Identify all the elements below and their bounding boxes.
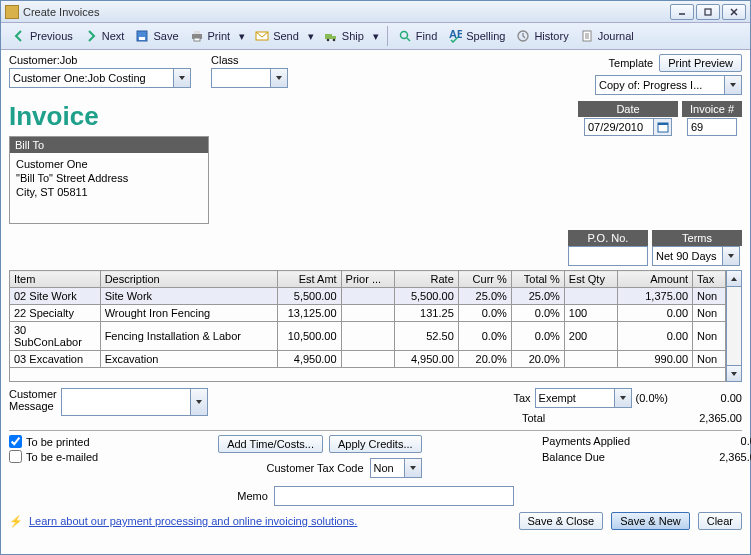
clear-button[interactable]: Clear (698, 512, 742, 530)
class-combo[interactable] (211, 68, 288, 88)
chevron-down-icon[interactable] (615, 388, 632, 408)
chevron-down-icon[interactable] (191, 388, 208, 416)
print-button[interactable]: Print (185, 26, 235, 46)
table-row[interactable]: 02 Site WorkSite Work5,500.005,500.0025.… (10, 288, 726, 305)
template-combo[interactable] (595, 75, 742, 95)
to-be-emailed-check[interactable]: To be e-mailed (9, 450, 98, 463)
cell-amount[interactable]: 0.00 (617, 322, 692, 351)
apply-credits-button[interactable]: Apply Credits... (329, 435, 422, 453)
cell-tax[interactable]: Non (693, 351, 726, 368)
save-new-button[interactable]: Save & New (611, 512, 690, 530)
next-button[interactable]: Next (79, 26, 129, 46)
cell-est_qty[interactable] (564, 288, 617, 305)
customer-tax-code-combo[interactable] (370, 458, 422, 478)
cell-description[interactable]: Site Work (100, 288, 277, 305)
cell-est_amt[interactable]: 5,500.00 (277, 288, 341, 305)
scroll-up-icon[interactable] (727, 271, 741, 287)
memo-input[interactable] (274, 486, 514, 506)
to-be-printed-check[interactable]: To be printed (9, 435, 98, 448)
customer-message-input[interactable] (61, 388, 191, 416)
cell-curr_pct[interactable]: 25.0% (458, 288, 511, 305)
cell-total_pct[interactable]: 20.0% (511, 351, 564, 368)
customer-message-combo[interactable] (61, 388, 208, 416)
table-row[interactable]: 03 ExcavationExcavation4,950.004,950.002… (10, 351, 726, 368)
tax-code-combo[interactable] (535, 388, 632, 408)
col-amount[interactable]: Amount (617, 271, 692, 288)
cell-est_amt[interactable]: 13,125.00 (277, 305, 341, 322)
cell-item[interactable]: 03 Excavation (10, 351, 101, 368)
learn-link[interactable]: Learn about our payment processing and o… (29, 515, 357, 527)
cell-prior[interactable] (341, 351, 394, 368)
scroll-down-icon[interactable] (727, 365, 741, 381)
terms-input[interactable] (652, 246, 723, 266)
col-est-qty[interactable]: Est Qty (564, 271, 617, 288)
previous-button[interactable]: Previous (7, 26, 77, 46)
cell-rate[interactable]: 4,950.00 (394, 351, 458, 368)
po-no-input[interactable] (568, 246, 648, 266)
cell-amount[interactable]: 1,375.00 (617, 288, 692, 305)
calendar-icon[interactable] (654, 118, 672, 136)
line-items-table[interactable]: Item Description Est Amt Prior ... Rate … (9, 270, 726, 382)
ship-button[interactable]: Ship (319, 26, 368, 46)
cell-est_amt[interactable]: 10,500.00 (277, 322, 341, 351)
table-row[interactable]: 30 SubConLaborFencing Installation & Lab… (10, 322, 726, 351)
spelling-button[interactable]: ABSpelling (443, 26, 509, 46)
ship-dropdown[interactable]: ▾ (370, 30, 382, 43)
chevron-down-icon[interactable] (723, 246, 740, 266)
col-total-pct[interactable]: Total % (511, 271, 564, 288)
journal-button[interactable]: Journal (575, 26, 638, 46)
cell-prior[interactable] (341, 288, 394, 305)
save-close-button[interactable]: Save & Close (519, 512, 604, 530)
print-dropdown[interactable]: ▾ (236, 30, 248, 43)
cell-est_amt[interactable]: 4,950.00 (277, 351, 341, 368)
cell-item[interactable]: 22 Specialty (10, 305, 101, 322)
cell-rate[interactable]: 131.25 (394, 305, 458, 322)
cell-tax[interactable]: Non (693, 288, 726, 305)
cell-tax[interactable]: Non (693, 305, 726, 322)
cell-total_pct[interactable]: 25.0% (511, 288, 564, 305)
template-input[interactable] (595, 75, 725, 95)
col-curr-pct[interactable]: Curr % (458, 271, 511, 288)
chevron-down-icon[interactable] (725, 75, 742, 95)
col-est-amt[interactable]: Est Amt (277, 271, 341, 288)
cell-est_qty[interactable] (564, 351, 617, 368)
cell-item[interactable]: 30 SubConLabor (10, 322, 101, 351)
cell-total_pct[interactable]: 0.0% (511, 305, 564, 322)
minimize-button[interactable] (670, 4, 694, 20)
table-scrollbar[interactable] (726, 270, 742, 382)
customer-job-combo[interactable] (9, 68, 191, 88)
customer-job-input[interactable] (9, 68, 174, 88)
cell-total_pct[interactable]: 0.0% (511, 322, 564, 351)
col-rate[interactable]: Rate (394, 271, 458, 288)
cell-rate[interactable]: 52.50 (394, 322, 458, 351)
cell-amount[interactable]: 990.00 (617, 351, 692, 368)
cell-est_qty[interactable]: 200 (564, 322, 617, 351)
date-input[interactable] (584, 118, 654, 136)
chevron-down-icon[interactable] (271, 68, 288, 88)
col-prior[interactable]: Prior ... (341, 271, 394, 288)
bill-to-address[interactable]: Customer One "Bill To" Street Address Ci… (10, 153, 208, 223)
cell-curr_pct[interactable]: 0.0% (458, 305, 511, 322)
chevron-down-icon[interactable] (174, 68, 191, 88)
terms-combo[interactable] (652, 246, 742, 266)
cell-tax[interactable]: Non (693, 322, 726, 351)
col-item[interactable]: Item (10, 271, 101, 288)
history-button[interactable]: History (511, 26, 572, 46)
cell-description[interactable]: Wrought Iron Fencing (100, 305, 277, 322)
table-row[interactable]: 22 SpecialtyWrought Iron Fencing13,125.0… (10, 305, 726, 322)
col-tax[interactable]: Tax (693, 271, 726, 288)
maximize-button[interactable] (696, 4, 720, 20)
find-button[interactable]: Find (393, 26, 441, 46)
cell-description[interactable]: Excavation (100, 351, 277, 368)
cell-description[interactable]: Fencing Installation & Labor (100, 322, 277, 351)
cell-curr_pct[interactable]: 0.0% (458, 322, 511, 351)
add-time-costs-button[interactable]: Add Time/Costs... (218, 435, 323, 453)
tax-code-input[interactable] (535, 388, 615, 408)
send-dropdown[interactable]: ▾ (305, 30, 317, 43)
customer-tax-code-input[interactable] (370, 458, 405, 478)
cell-curr_pct[interactable]: 20.0% (458, 351, 511, 368)
col-description[interactable]: Description (100, 271, 277, 288)
cell-prior[interactable] (341, 322, 394, 351)
cell-amount[interactable]: 0.00 (617, 305, 692, 322)
close-button[interactable] (722, 4, 746, 20)
